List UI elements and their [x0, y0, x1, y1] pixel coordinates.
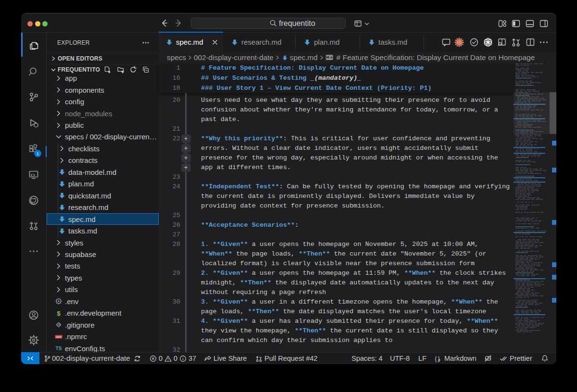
svg-text:npm: npm: [56, 335, 62, 338]
svg-text:$: $: [57, 309, 61, 317]
svg-text:TS: TS: [55, 346, 62, 351]
